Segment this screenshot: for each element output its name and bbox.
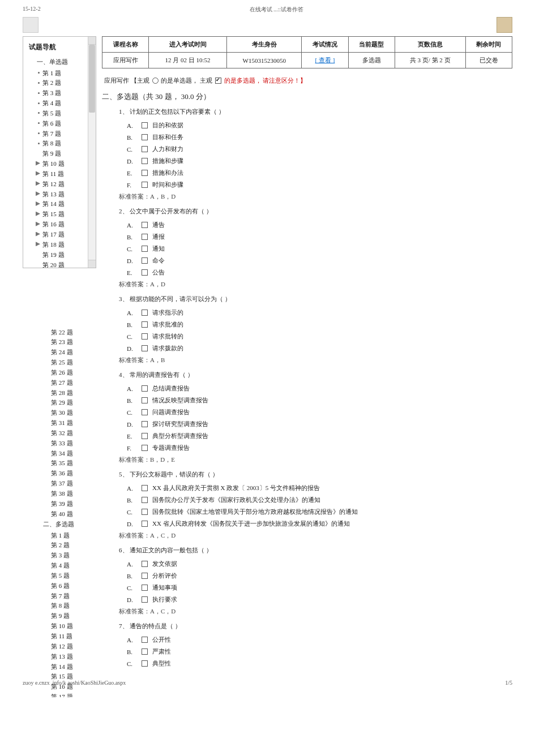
checkbox-icon[interactable]	[142, 234, 148, 240]
checkbox-icon[interactable]	[142, 637, 148, 643]
option-row[interactable]: C.人力和财力	[119, 143, 512, 155]
nav-item-sec1-4[interactable]: 第 4 题	[27, 98, 85, 109]
checkbox-icon[interactable]	[142, 397, 148, 403]
checkbox-icon[interactable]	[142, 134, 148, 140]
nav-item-sec2-8[interactable]: 第 8 题	[23, 601, 96, 611]
nav-item-sec1-28[interactable]: 第 28 题	[23, 388, 96, 398]
option-row[interactable]: C.通知	[119, 243, 512, 255]
nav-item-sec1-33[interactable]: 第 33 题	[23, 438, 96, 448]
option-row[interactable]: C.国务院批转《国家土地管理局关于部分地方政府越权批地情况报告》的通知	[119, 506, 512, 518]
nav-item-sec1-29[interactable]: 第 29 题	[23, 398, 96, 408]
checkbox-icon[interactable]	[142, 445, 148, 451]
checkbox-icon[interactable]	[142, 122, 148, 128]
option-row[interactable]: C.通知事项	[119, 582, 512, 594]
option-row[interactable]: C.典型性	[119, 658, 512, 669]
option-row[interactable]: F.时间和步骤	[119, 179, 512, 191]
option-row[interactable]: B.目标和任务	[119, 131, 512, 143]
nav-item-sec1-25[interactable]: 第 25 题	[23, 358, 96, 368]
nav-item-sec2-16[interactable]: 第 16 题	[23, 682, 96, 692]
nav-item-sec2-5[interactable]: 第 5 题	[23, 570, 96, 581]
option-row[interactable]: D.命令	[119, 255, 512, 267]
checkbox-icon[interactable]	[142, 521, 148, 527]
scroll-up-icon[interactable]	[88, 37, 96, 45]
nav-item-sec1-38[interactable]: 第 38 题	[23, 489, 96, 499]
nav-item-sec1-20[interactable]: 第 20 题	[27, 260, 85, 268]
nav-item-sec2-4[interactable]: 第 4 题	[23, 561, 96, 571]
nav-item-sec2-15[interactable]: 第 15 题	[23, 672, 96, 682]
checkbox-icon[interactable]	[142, 433, 148, 439]
checkbox-icon[interactable]	[142, 660, 148, 667]
checkbox-icon[interactable]	[142, 257, 148, 264]
checkbox-icon[interactable]	[142, 573, 148, 579]
nav-item-sec2-1[interactable]: 第 1 题	[23, 530, 96, 540]
view-status-link[interactable]: [ 查看 ]	[315, 57, 335, 63]
scroll-thumb[interactable]	[89, 45, 95, 113]
option-row[interactable]: D.请求拨款的	[119, 342, 512, 354]
option-row[interactable]: B.通报	[119, 231, 512, 243]
option-row[interactable]: A.发文依据	[119, 558, 512, 570]
checkbox-icon[interactable]	[142, 146, 148, 152]
nav-item-sec1-7[interactable]: 第 7 题	[27, 128, 85, 139]
checkbox-icon[interactable]	[142, 182, 148, 188]
nav-item-sec1-5[interactable]: 第 5 题	[27, 108, 85, 118]
option-row[interactable]: E.典型分析型调查报告	[119, 430, 512, 442]
nav-item-sec1-24[interactable]: 第 24 题	[23, 347, 96, 358]
nav-item-sec1-18[interactable]: 第 18 题	[27, 239, 85, 250]
nav-item-sec1-40[interactable]: 第 40 题	[23, 509, 96, 519]
nav-item-sec2-10[interactable]: 第 10 题	[23, 621, 96, 632]
checkbox-icon[interactable]	[142, 170, 148, 176]
checkbox-icon[interactable]	[142, 485, 148, 491]
option-row[interactable]: E.公告	[119, 267, 512, 278]
nav-item-sec2-12[interactable]: 第 12 题	[23, 641, 96, 651]
nav-item-sec1-11[interactable]: 第 11 题	[27, 169, 85, 179]
nav-item-sec1-2[interactable]: 第 2 题	[27, 78, 85, 88]
sidebar-scrollbar[interactable]	[88, 37, 96, 268]
nav-item-sec1-8[interactable]: 第 8 题	[27, 139, 85, 149]
nav-item-sec2-11[interactable]: 第 11 题	[23, 631, 96, 641]
scroll-down-icon[interactable]	[88, 260, 96, 268]
option-row[interactable]: B.国务院办公厅关于发布《国家行政机关公文处理办法》的通知	[119, 494, 512, 506]
nav-item-sec1-1[interactable]: 第 1 题	[27, 68, 85, 78]
option-row[interactable]: E.措施和办法	[119, 167, 512, 179]
checkbox-icon[interactable]	[142, 585, 148, 591]
nav-item-sec1-34[interactable]: 第 34 题	[23, 448, 96, 458]
checkbox-icon[interactable]	[142, 561, 148, 567]
option-row[interactable]: D.措施和步骤	[119, 155, 512, 167]
nav-item-sec1-3[interactable]: 第 3 题	[27, 88, 85, 98]
nav-item-sec1-12[interactable]: 第 12 题	[27, 179, 85, 189]
nav-item-sec2-9[interactable]: 第 9 题	[23, 611, 96, 621]
nav-item-sec2-3[interactable]: 第 3 题	[23, 551, 96, 561]
option-row[interactable]: A.公开性	[119, 634, 512, 646]
option-row[interactable]: C.请求批转的	[119, 330, 512, 342]
nav-item-sec1-14[interactable]: 第 14 题	[27, 199, 85, 209]
option-row[interactable]: D.XX 省人民政府转发《国务院关于进一步加快旅游业发展的通知》的通知	[119, 518, 512, 530]
checkbox-icon[interactable]	[142, 509, 148, 515]
checkbox-icon[interactable]	[142, 158, 148, 164]
option-row[interactable]: D.执行要求	[119, 594, 512, 605]
nav-item-sec1-19[interactable]: 第 19 题	[27, 250, 85, 260]
nav-item-sec1-26[interactable]: 第 26 题	[23, 367, 96, 377]
nav-item-sec1-15[interactable]: 第 15 题	[27, 209, 85, 220]
nav-item-sec1-22[interactable]: 第 22 题	[23, 327, 96, 337]
nav-item-sec2-13[interactable]: 第 13 题	[23, 651, 96, 662]
checkbox-icon[interactable]	[142, 421, 148, 427]
nav-item-sec1-30[interactable]: 第 30 题	[23, 408, 96, 418]
option-row[interactable]: B.请求批准的	[119, 319, 512, 330]
nav-item-sec1-6[interactable]: 第 6 题	[27, 118, 85, 128]
option-row[interactable]: D.探讨研究型调查报告	[119, 418, 512, 430]
nav-item-sec2-2[interactable]: 第 2 题	[23, 540, 96, 551]
nav-item-sec2-14[interactable]: 第 14 题	[23, 662, 96, 672]
nav-item-sec1-17[interactable]: 第 17 题	[27, 230, 85, 240]
checkbox-icon[interactable]	[142, 345, 148, 351]
checkbox-icon[interactable]	[142, 269, 148, 276]
nav-item-sec2-17[interactable]: 第 17 题	[23, 692, 96, 697]
nav-item-sec1-23[interactable]: 第 23 题	[23, 337, 96, 347]
option-row[interactable]: F.专题调查报告	[119, 442, 512, 454]
checkbox-icon[interactable]	[142, 409, 148, 415]
nav-item-sec1-36[interactable]: 第 36 题	[23, 469, 96, 479]
option-row[interactable]: B.分析评价	[119, 570, 512, 582]
nav-item-sec1-39[interactable]: 第 39 题	[23, 499, 96, 509]
nav-item-sec2-6[interactable]: 第 6 题	[23, 581, 96, 591]
option-row[interactable]: A.总结调查报告	[119, 383, 512, 394]
checkbox-icon[interactable]	[142, 596, 148, 603]
